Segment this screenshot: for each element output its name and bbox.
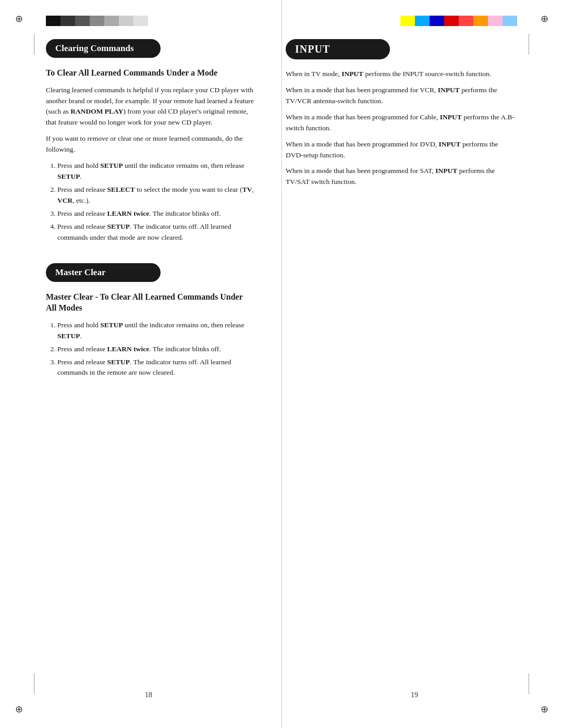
step-item: Press and hold SETUP until the indicator…	[57, 161, 254, 182]
margin-line-right-bottom	[529, 673, 529, 694]
margin-line-left-bottom	[34, 673, 34, 694]
paragraph1: Clearing learned commands is helpful if …	[46, 85, 254, 129]
input-paragraph2: When in a mode that has been programmed …	[286, 85, 515, 107]
crosshair-top-left: ⊕	[14, 14, 24, 24]
input-paragraph5: When in a mode that has been programmed …	[286, 166, 515, 188]
input-header: INPUT	[286, 39, 390, 59]
master-step-item: Press and release SETUP. The indicator t…	[57, 357, 254, 379]
master-step-item: Press and hold SETUP until the indicator…	[57, 320, 254, 342]
right-column: INPUT When in TV mode, INPUT performs th…	[286, 39, 515, 193]
margin-line-left-top	[34, 34, 34, 55]
master-clear-label: Master Clear	[55, 267, 105, 277]
steps-list: Press and hold SETUP until the indicator…	[46, 161, 254, 243]
margin-line-right-top	[529, 34, 529, 55]
input-paragraph1: When in TV mode, INPUT performs the INPU…	[286, 69, 515, 80]
subsection1-title: To Clear All Learned Commands Under a Mo…	[46, 67, 254, 79]
input-label: INPUT	[295, 43, 330, 55]
master-step-item: Press and release LEARN twice. The indic…	[57, 344, 254, 355]
color-bar-left	[46, 16, 148, 26]
left-column: Clearing Commands To Clear All Learned C…	[46, 39, 254, 384]
crosshair-bottom-left: ⊕	[14, 704, 24, 714]
subsection2-title: Master Clear - To Clear All Learned Comm…	[46, 291, 254, 314]
color-bar-right	[400, 16, 517, 26]
paragraph2: If you want to remove or clear one or mo…	[46, 133, 254, 155]
clearing-commands-header: Clearing Commands	[46, 39, 161, 58]
crosshair-bottom-right: ⊕	[539, 704, 549, 714]
clearing-commands-label: Clearing Commands	[55, 43, 134, 53]
page-number-right: 19	[411, 691, 418, 699]
crosshair-top-right: ⊕	[539, 14, 549, 24]
step-item: Press and release SELECT to select the m…	[57, 184, 254, 206]
master-clear-header: Master Clear	[46, 263, 161, 282]
input-paragraph4: When in a mode that has been programmed …	[286, 139, 515, 161]
input-paragraph3: When in a mode that has been programmed …	[286, 112, 515, 134]
step-item: Press and release LEARN twice. The indic…	[57, 208, 254, 219]
page-number-left: 18	[145, 691, 152, 699]
center-divider	[282, 0, 282, 728]
master-steps-list: Press and hold SETUP until the indicator…	[46, 320, 254, 379]
step-item: Press and release SETUP. The indicator t…	[57, 221, 254, 243]
